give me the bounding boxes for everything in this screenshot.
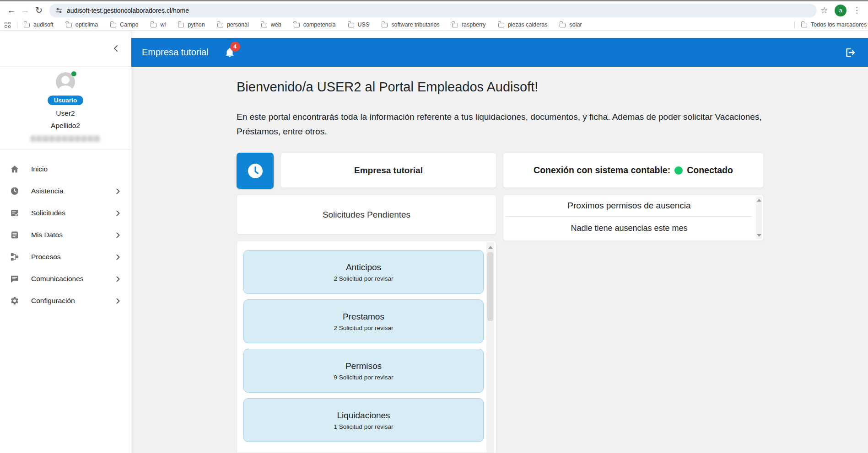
reload-button[interactable]: ↻ (32, 4, 46, 17)
absences-scrollbar[interactable] (756, 197, 762, 239)
url-text: audisoft-test.gestioncolaboradores.cl/ho… (67, 7, 189, 14)
pending-requests-list: Anticipos 2 Solicitud por revisar Presta… (237, 241, 496, 453)
folder-icon (24, 23, 30, 27)
connection-label: Conexión con sistema contable: (534, 165, 670, 176)
bookmark-folder[interactable]: competencia (294, 21, 336, 28)
bookmark-folder[interactable]: wi (151, 21, 166, 28)
pending-item-liquidaciones[interactable]: Liquidaciones 1 Solicitud por revisar (243, 398, 484, 442)
bookmark-folder[interactable]: opticlima (66, 21, 98, 28)
clock-tab-icon (248, 163, 263, 179)
document-icon (10, 230, 19, 240)
main-content: Bienvenido/a USER2 al Portal Empleados A… (132, 67, 868, 453)
pending-requests-title: Solicitudes Pendientes (323, 210, 410, 220)
absences-card: Proximos permisos de ausencia Nadie tien… (503, 195, 764, 241)
pending-item-subtitle: 1 Solicitud por revisar (334, 423, 394, 430)
bookmarks-separator (794, 21, 795, 28)
sidebar-collapse-button[interactable] (113, 45, 118, 54)
bookmark-folder[interactable]: piezas calderas (498, 21, 548, 28)
bookmark-folder[interactable]: personal (217, 21, 249, 28)
browser-profile-avatar[interactable]: a (835, 5, 846, 16)
bookmarks-bar: audisoft opticlima Campo wi python perso… (0, 19, 868, 31)
sidebar-item-configuracion[interactable]: Configuración (0, 290, 131, 312)
chevron-right-icon (116, 276, 120, 282)
bookmark-folder[interactable]: Campo (110, 21, 138, 28)
gear-icon (10, 296, 19, 305)
pending-item-permisos[interactable]: Permisos 9 Solicitud por revisar (243, 349, 484, 393)
connection-status: Conectado (687, 165, 733, 176)
scroll-up-icon[interactable] (757, 199, 761, 202)
bookmark-folder[interactable]: solar (560, 21, 582, 28)
address-bar[interactable]: audisoft-test.gestioncolaboradores.cl/ho… (49, 4, 817, 17)
chevron-right-icon (116, 254, 120, 260)
bookmark-label: web (271, 21, 281, 28)
chat-icon (10, 274, 19, 283)
toolbar-right-cluster: ☆ a ⋮ (820, 5, 863, 16)
bookmark-folder[interactable]: raspberry (452, 21, 486, 28)
bookmark-folder[interactable]: software tributarios (382, 21, 440, 28)
sidebar-item-label: Solicitudes (31, 209, 65, 217)
bookmark-label: USS (358, 21, 370, 28)
folder-icon (261, 23, 267, 27)
folder-icon (560, 23, 566, 27)
company-card[interactable]: Empresa tutorial (280, 153, 496, 188)
pending-item-title: Anticipos (346, 262, 381, 272)
logout-button[interactable] (843, 46, 856, 59)
bookmarks-separator (17, 21, 17, 28)
folder-icon (151, 23, 156, 27)
sidebar-item-solicitudes[interactable]: Solicitudes (0, 202, 131, 224)
bookmark-folder[interactable]: python (178, 21, 205, 28)
back-button[interactable]: ← (5, 4, 18, 17)
sidebar-item-mis-datos[interactable]: Mis Datos (0, 224, 131, 246)
folder-icon (217, 23, 223, 27)
all-bookmarks[interactable]: Todos los marcadores (788, 21, 868, 28)
folder-icon (801, 23, 807, 27)
scroll-up-icon[interactable] (488, 246, 493, 249)
bookmark-label: audisoft (33, 21, 54, 28)
notifications-button[interactable]: 4 (224, 47, 236, 59)
company-tab[interactable] (237, 153, 274, 189)
bookmark-label: personal (227, 21, 249, 28)
forward-button[interactable]: → (18, 4, 32, 17)
home-icon (10, 165, 19, 174)
bookmark-folder[interactable]: web (261, 21, 281, 28)
pending-item-title: Liquidaciones (337, 410, 390, 421)
pending-item-title: Permisos (345, 361, 382, 371)
all-bookmarks-label: Todos los marcadores (811, 21, 867, 28)
absences-title: Proximos permisos de ausencia (503, 195, 755, 216)
folder-icon (382, 23, 388, 27)
sidebar-item-asistencia[interactable]: Asistencia (0, 180, 131, 202)
browser-menu-icon[interactable]: ⋮ (853, 5, 861, 15)
scroll-thumb[interactable] (487, 252, 493, 321)
user-first-name: User2 (0, 109, 131, 117)
bookmark-label: software tributarios (391, 21, 440, 28)
bookmark-folder[interactable]: audisoft (24, 21, 54, 28)
browser-toolbar: ← → ↻ audisoft-test.gestioncolaboradores… (0, 1, 868, 19)
bookmark-folder[interactable]: USS (348, 21, 370, 28)
scroll-down-icon[interactable] (757, 234, 761, 237)
sidebar-item-comunicaciones[interactable]: Comunicaciones (0, 268, 131, 290)
sidebar-item-label: Inicio (31, 165, 48, 173)
sidebar-item-procesos[interactable]: Procesos (0, 246, 131, 268)
absences-empty-message: Nadie tiene ausencias este mes (503, 217, 755, 240)
sidebar-header (0, 31, 131, 67)
pending-item-prestamos[interactable]: Prestamos 2 Solicitud por revisar (243, 299, 484, 343)
pending-item-subtitle: 2 Solicitud por revisar (334, 325, 394, 331)
folder-icon (294, 23, 300, 27)
connected-dot-icon (674, 166, 683, 175)
site-info-icon[interactable] (55, 7, 63, 14)
sidebar-item-label: Asistencia (31, 187, 64, 195)
bookmark-label: Campo (120, 21, 138, 28)
bookmark-label: raspberry (462, 21, 486, 28)
welcome-title: Bienvenido/a USER2 al Portal Empleados A… (237, 80, 538, 95)
user-last-name: Apellido2 (0, 122, 131, 130)
list-scrollbar[interactable] (486, 242, 494, 453)
bookmarks-grid-icon[interactable] (5, 22, 11, 28)
folder-icon (348, 23, 354, 27)
sidebar-item-inicio[interactable]: Inicio (0, 158, 131, 180)
pending-item-anticipos[interactable]: Anticipos 2 Solicitud por revisar (243, 250, 484, 294)
folder-icon (498, 23, 504, 27)
chevron-right-icon (116, 232, 120, 238)
pending-item-subtitle: 2 Solicitud por revisar (334, 275, 394, 282)
bookmark-star-icon[interactable]: ☆ (820, 5, 828, 16)
bookmark-label: competencia (303, 21, 336, 28)
